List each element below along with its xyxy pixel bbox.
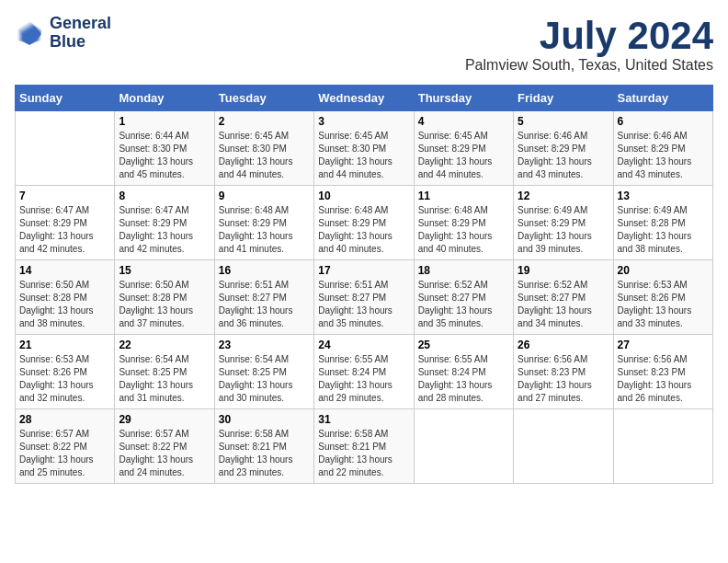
day-number: 9: [219, 190, 310, 202]
day-number: 21: [19, 339, 110, 351]
day-info: Sunrise: 6:54 AM Sunset: 8:25 PM Dayligh…: [219, 353, 310, 405]
header-cell-thursday: Thursday: [414, 86, 513, 111]
day-number: 31: [318, 413, 409, 426]
header-cell-saturday: Saturday: [613, 86, 712, 111]
day-info: Sunrise: 6:53 AM Sunset: 8:26 PM Dayligh…: [19, 353, 110, 405]
calendar-cell: 29Sunrise: 6:57 AM Sunset: 8:22 PM Dayli…: [115, 409, 214, 484]
calendar-cell: 1Sunrise: 6:44 AM Sunset: 8:30 PM Daylig…: [115, 111, 214, 186]
day-number: 25: [418, 339, 509, 351]
day-info: Sunrise: 6:58 AM Sunset: 8:21 PM Dayligh…: [318, 428, 409, 479]
day-info: Sunrise: 6:44 AM Sunset: 8:30 PM Dayligh…: [119, 130, 210, 181]
calendar-cell: 31Sunrise: 6:58 AM Sunset: 8:21 PM Dayli…: [314, 409, 414, 484]
calendar-cell: [414, 409, 513, 484]
day-info: Sunrise: 6:45 AM Sunset: 8:30 PM Dayligh…: [219, 130, 310, 181]
header-cell-tuesday: Tuesday: [214, 86, 313, 111]
calendar-cell: 15Sunrise: 6:50 AM Sunset: 8:28 PM Dayli…: [115, 260, 214, 335]
day-info: Sunrise: 6:45 AM Sunset: 8:30 PM Dayligh…: [318, 130, 409, 181]
calendar-subtitle: Palmview South, Texas, United States: [465, 57, 713, 74]
day-number: 13: [618, 190, 709, 202]
day-info: Sunrise: 6:48 AM Sunset: 8:29 PM Dayligh…: [318, 204, 409, 256]
day-info: Sunrise: 6:46 AM Sunset: 8:29 PM Dayligh…: [518, 130, 609, 181]
day-info: Sunrise: 6:52 AM Sunset: 8:27 PM Dayligh…: [518, 279, 609, 330]
day-info: Sunrise: 6:57 AM Sunset: 8:22 PM Dayligh…: [19, 428, 110, 479]
day-number: 26: [518, 339, 609, 351]
calendar-cell: 21Sunrise: 6:53 AM Sunset: 8:26 PM Dayli…: [16, 335, 115, 409]
calendar-table: SundayMondayTuesdayWednesdayThursdayFrid…: [15, 85, 713, 484]
calendar-cell: 30Sunrise: 6:58 AM Sunset: 8:21 PM Dayli…: [214, 409, 313, 484]
logo-line2: Blue: [50, 33, 111, 52]
calendar-cell: 26Sunrise: 6:56 AM Sunset: 8:23 PM Dayli…: [514, 335, 613, 409]
calendar-cell: 23Sunrise: 6:54 AM Sunset: 8:25 PM Dayli…: [214, 335, 313, 409]
day-info: Sunrise: 6:49 AM Sunset: 8:28 PM Dayligh…: [618, 204, 709, 256]
day-number: 20: [618, 264, 709, 277]
day-number: 3: [318, 115, 409, 128]
day-number: 4: [418, 115, 509, 128]
day-number: 11: [418, 190, 509, 202]
calendar-cell: 14Sunrise: 6:50 AM Sunset: 8:28 PM Dayli…: [16, 260, 115, 335]
day-number: 29: [119, 413, 210, 426]
calendar-cell: 18Sunrise: 6:52 AM Sunset: 8:27 PM Dayli…: [414, 260, 513, 335]
calendar-cell: 5Sunrise: 6:46 AM Sunset: 8:29 PM Daylig…: [514, 111, 613, 186]
calendar-header-row: SundayMondayTuesdayWednesdayThursdayFrid…: [16, 86, 713, 111]
day-number: 27: [618, 339, 709, 351]
calendar-week-1: 1Sunrise: 6:44 AM Sunset: 8:30 PM Daylig…: [16, 111, 713, 186]
calendar-week-5: 28Sunrise: 6:57 AM Sunset: 8:22 PM Dayli…: [16, 409, 713, 484]
calendar-cell: 3Sunrise: 6:45 AM Sunset: 8:30 PM Daylig…: [314, 111, 414, 186]
calendar-week-4: 21Sunrise: 6:53 AM Sunset: 8:26 PM Dayli…: [16, 335, 713, 409]
calendar-cell: 12Sunrise: 6:49 AM Sunset: 8:29 PM Dayli…: [514, 186, 613, 260]
logo: General Blue: [15, 15, 111, 52]
day-number: 10: [318, 190, 409, 202]
day-info: Sunrise: 6:46 AM Sunset: 8:29 PM Dayligh…: [618, 130, 709, 181]
day-info: Sunrise: 6:45 AM Sunset: 8:29 PM Dayligh…: [418, 130, 509, 181]
day-info: Sunrise: 6:55 AM Sunset: 8:24 PM Dayligh…: [318, 353, 409, 405]
calendar-cell: 11Sunrise: 6:48 AM Sunset: 8:29 PM Dayli…: [414, 186, 513, 260]
day-info: Sunrise: 6:54 AM Sunset: 8:25 PM Dayligh…: [119, 353, 210, 405]
day-info: Sunrise: 6:52 AM Sunset: 8:27 PM Dayligh…: [418, 279, 509, 330]
calendar-cell: 4Sunrise: 6:45 AM Sunset: 8:29 PM Daylig…: [414, 111, 513, 186]
day-number: 16: [219, 264, 310, 277]
calendar-cell: [613, 409, 712, 484]
calendar-cell: 10Sunrise: 6:48 AM Sunset: 8:29 PM Dayli…: [314, 186, 414, 260]
day-info: Sunrise: 6:56 AM Sunset: 8:23 PM Dayligh…: [518, 353, 609, 405]
header-cell-wednesday: Wednesday: [314, 86, 414, 111]
day-info: Sunrise: 6:51 AM Sunset: 8:27 PM Dayligh…: [318, 279, 409, 330]
day-info: Sunrise: 6:49 AM Sunset: 8:29 PM Dayligh…: [518, 204, 609, 256]
day-number: 6: [618, 115, 709, 128]
calendar-cell: 16Sunrise: 6:51 AM Sunset: 8:27 PM Dayli…: [214, 260, 313, 335]
calendar-title: July 2024: [465, 15, 713, 57]
calendar-cell: 19Sunrise: 6:52 AM Sunset: 8:27 PM Dayli…: [514, 260, 613, 335]
day-info: Sunrise: 6:58 AM Sunset: 8:21 PM Dayligh…: [219, 428, 310, 479]
header-cell-monday: Monday: [115, 86, 214, 111]
day-info: Sunrise: 6:47 AM Sunset: 8:29 PM Dayligh…: [19, 204, 110, 256]
day-info: Sunrise: 6:48 AM Sunset: 8:29 PM Dayligh…: [219, 204, 310, 256]
calendar-week-3: 14Sunrise: 6:50 AM Sunset: 8:28 PM Dayli…: [16, 260, 713, 335]
day-number: 28: [19, 413, 110, 426]
calendar-cell: 7Sunrise: 6:47 AM Sunset: 8:29 PM Daylig…: [16, 186, 115, 260]
calendar-cell: 8Sunrise: 6:47 AM Sunset: 8:29 PM Daylig…: [115, 186, 214, 260]
day-number: 18: [418, 264, 509, 277]
calendar-cell: 27Sunrise: 6:56 AM Sunset: 8:23 PM Dayli…: [613, 335, 712, 409]
day-number: 7: [19, 190, 110, 202]
calendar-week-2: 7Sunrise: 6:47 AM Sunset: 8:29 PM Daylig…: [16, 186, 713, 260]
calendar-cell: 9Sunrise: 6:48 AM Sunset: 8:29 PM Daylig…: [214, 186, 313, 260]
calendar-cell: [16, 111, 115, 186]
calendar-cell: 6Sunrise: 6:46 AM Sunset: 8:29 PM Daylig…: [613, 111, 712, 186]
day-info: Sunrise: 6:50 AM Sunset: 8:28 PM Dayligh…: [19, 279, 110, 330]
calendar-cell: 2Sunrise: 6:45 AM Sunset: 8:30 PM Daylig…: [214, 111, 313, 186]
logo-icon: [15, 18, 44, 48]
calendar-cell: [514, 409, 613, 484]
day-number: 30: [219, 413, 310, 426]
day-number: 14: [19, 264, 110, 277]
calendar-cell: 17Sunrise: 6:51 AM Sunset: 8:27 PM Dayli…: [314, 260, 414, 335]
title-area: July 2024 Palmview South, Texas, United …: [465, 15, 713, 74]
day-number: 23: [219, 339, 310, 351]
day-info: Sunrise: 6:56 AM Sunset: 8:23 PM Dayligh…: [618, 353, 709, 405]
day-number: 5: [518, 115, 609, 128]
day-info: Sunrise: 6:55 AM Sunset: 8:24 PM Dayligh…: [418, 353, 509, 405]
day-number: 19: [518, 264, 609, 277]
day-info: Sunrise: 6:57 AM Sunset: 8:22 PM Dayligh…: [119, 428, 210, 479]
day-info: Sunrise: 6:47 AM Sunset: 8:29 PM Dayligh…: [119, 204, 210, 256]
header-cell-sunday: Sunday: [16, 86, 115, 111]
day-number: 24: [318, 339, 409, 351]
calendar-cell: 28Sunrise: 6:57 AM Sunset: 8:22 PM Dayli…: [16, 409, 115, 484]
